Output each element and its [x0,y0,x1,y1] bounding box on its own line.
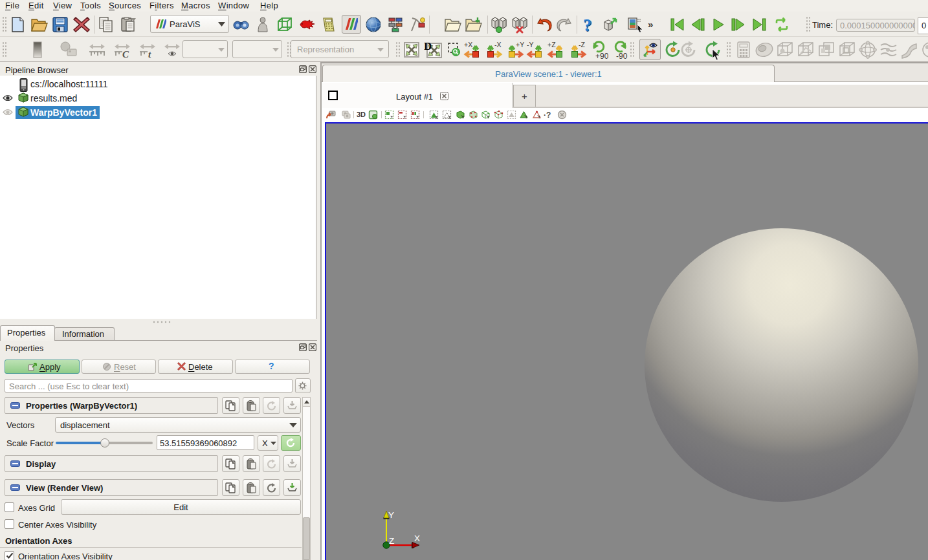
svg-text:D: D [424,40,432,52]
svg-text:t: t [148,49,151,59]
svg-text:-X: -X [494,41,502,48]
svg-text:Y: Y [388,510,394,520]
svg-text:C: C [122,49,129,59]
svg-text:-Y: -Y [527,41,534,48]
svg-text:-Z: -Z [579,41,585,48]
svg-text:Z: Z [389,536,394,546]
svg-text:+X: +X [464,41,472,48]
svg-text:-90: -90 [616,52,628,59]
svg-text:+90: +90 [595,52,608,59]
svg-text:+Y: +Y [516,41,524,48]
svg-text:X: X [414,533,420,543]
svg-text:+Z: +Z [547,41,556,48]
